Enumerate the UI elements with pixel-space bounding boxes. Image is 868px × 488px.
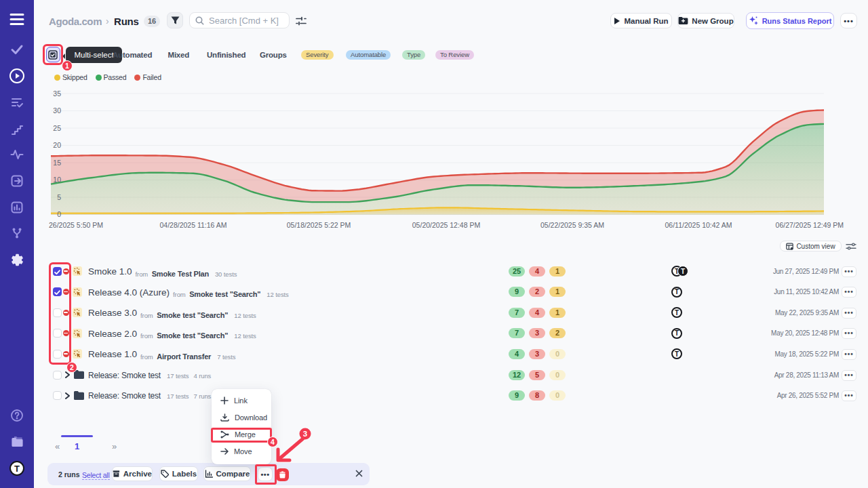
svg-text:05/18/2025 5:22 PM: 05/18/2025 5:22 PM (287, 221, 351, 229)
svg-text:0: 0 (57, 210, 61, 218)
svg-text:10: 10 (53, 176, 61, 184)
svg-text:06/11/2025 10:42 AM: 06/11/2025 10:42 AM (665, 221, 732, 229)
svg-text:15: 15 (53, 159, 61, 167)
svg-text:26/2025 5:50 PM: 26/2025 5:50 PM (49, 221, 103, 229)
svg-text:04/28/2025 11:16 AM: 04/28/2025 11:16 AM (159, 221, 226, 229)
svg-text:05/22/2025 9:35 AM: 05/22/2025 9:35 AM (540, 221, 604, 229)
svg-text:20: 20 (53, 141, 61, 149)
svg-text:5: 5 (57, 193, 61, 201)
svg-text:06/27/2025 12:49 PM: 06/27/2025 12:49 PM (776, 221, 844, 229)
svg-text:05/20/2025 12:48 PM: 05/20/2025 12:48 PM (412, 221, 480, 229)
svg-text:25: 25 (53, 124, 61, 132)
svg-text:35: 35 (53, 89, 61, 98)
svg-text:30: 30 (53, 106, 61, 115)
svg-text:3: 3 (303, 430, 307, 438)
